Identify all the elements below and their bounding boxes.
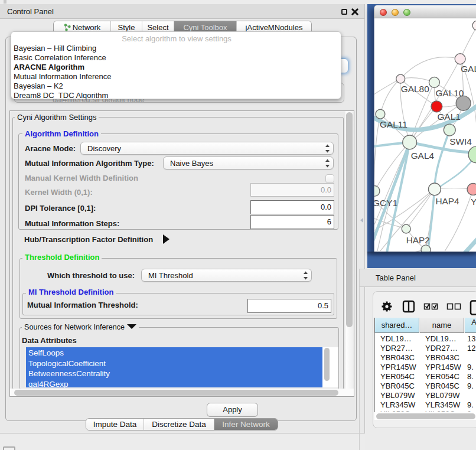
svg-text:GCY1: GCY1 bbox=[374, 198, 397, 208]
svg-text:GAL4: GAL4 bbox=[411, 151, 435, 161]
svg-text:SWI4: SWI4 bbox=[449, 136, 472, 146]
svg-text:GAL10: GAL10 bbox=[435, 88, 464, 98]
svg-text:GAL11: GAL11 bbox=[380, 119, 407, 129]
svg-text:HAP4: HAP4 bbox=[435, 196, 459, 206]
svg-text:HAP2: HAP2 bbox=[406, 235, 430, 245]
svg-text:YM: YM bbox=[471, 197, 476, 207]
svg-text:GAL2: GAL2 bbox=[461, 64, 476, 74]
svg-text:GAL80: GAL80 bbox=[401, 84, 429, 94]
svg-text:GAL1: GAL1 bbox=[437, 112, 460, 122]
